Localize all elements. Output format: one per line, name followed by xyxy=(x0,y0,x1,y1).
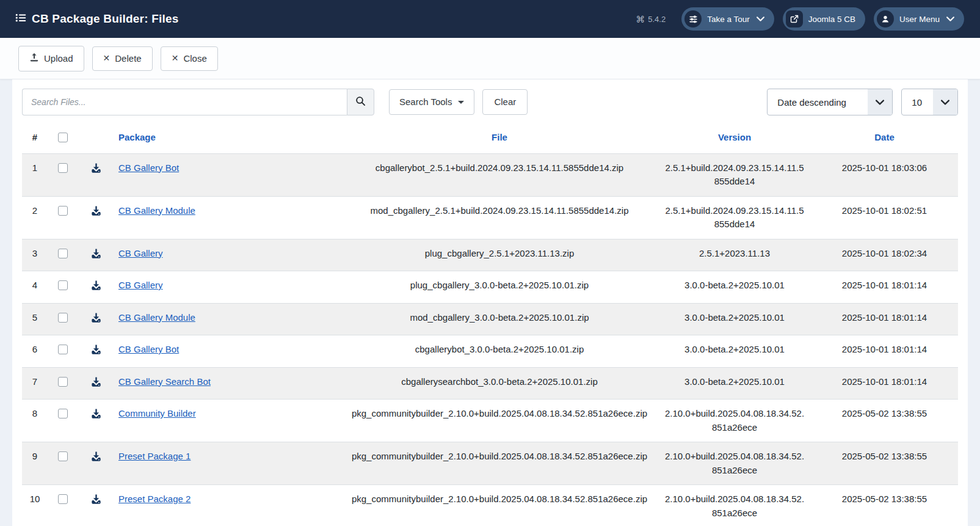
version-text: 2.10.0+build.2025.04.08.18.34.52.851a26e… xyxy=(658,485,811,526)
package-link[interactable]: CB Gallery xyxy=(118,280,163,290)
file-name: plug_cbgallery_3.0.0-beta.2+2025.10.01.z… xyxy=(341,271,658,304)
download-icon[interactable] xyxy=(90,344,102,360)
version-text: 2.5.1+build.2024.09.23.15.14.11.5855dde1… xyxy=(658,196,811,239)
column-header-date[interactable]: Date xyxy=(874,132,895,142)
list-limit-value: 10 xyxy=(902,89,933,115)
joomla-5-cb-button[interactable]: Joomla 5 CB xyxy=(783,7,865,31)
package-link[interactable]: CB Gallery Module xyxy=(118,312,195,323)
table-row: 3 CB Gallery plug_cbgallery_2.5.1+2023.1… xyxy=(22,239,958,271)
package-link[interactable]: CB Gallery xyxy=(118,248,163,258)
version-text: 2.5.1+build.2024.09.23.15.14.11.5855dde1… xyxy=(658,153,811,196)
date-text: 2025-10-01 18:02:34 xyxy=(811,239,958,271)
download-icon[interactable] xyxy=(90,248,102,264)
row-number: 8 xyxy=(22,400,48,442)
date-text: 2025-10-01 18:01:14 xyxy=(811,271,958,304)
list-icon xyxy=(15,12,27,26)
joomla-logo-icon: ⌘ xyxy=(636,15,645,24)
table-row: 7 CB Gallery Search Bot cbgallerysearchb… xyxy=(22,367,958,400)
row-checkbox[interactable] xyxy=(58,206,68,216)
upload-button[interactable]: Upload xyxy=(18,46,84,71)
table-row: 4 CB Gallery plug_cbgallery_3.0.0-beta.2… xyxy=(22,271,958,304)
row-number: 9 xyxy=(22,442,48,485)
package-link[interactable]: Community Builder xyxy=(118,408,196,418)
user-menu-button[interactable]: User Menu xyxy=(874,7,964,31)
version-text: 2.10.0+build.2025.04.08.18.34.52.851a26e… xyxy=(658,400,811,442)
download-icon[interactable] xyxy=(90,312,102,328)
column-header-number: # xyxy=(22,125,48,153)
clear-button[interactable]: Clear xyxy=(482,89,528,115)
package-link[interactable]: Preset Package 1 xyxy=(118,451,191,461)
row-checkbox[interactable] xyxy=(58,163,68,173)
row-number: 6 xyxy=(22,335,48,368)
package-link[interactable]: CB Gallery Bot xyxy=(118,163,179,173)
sort-select[interactable]: Date descending xyxy=(767,89,893,115)
delete-button[interactable]: ✕ Delete xyxy=(92,46,153,71)
package-link[interactable]: Preset Package 2 xyxy=(118,494,191,504)
main-content: Search Tools Clear Date descending 10 xyxy=(0,79,980,526)
row-checkbox[interactable] xyxy=(58,409,68,418)
download-icon[interactable] xyxy=(90,376,102,392)
user-icon xyxy=(877,10,894,27)
close-button[interactable]: ✕ Close xyxy=(161,46,218,71)
row-checkbox[interactable] xyxy=(58,313,68,323)
table-row: 1 CB Gallery Bot cbgallerybot_2.5.1+buil… xyxy=(22,153,958,196)
download-icon[interactable] xyxy=(90,205,102,221)
package-link[interactable]: CB Gallery Search Bot xyxy=(118,376,211,387)
row-number: 4 xyxy=(22,271,48,304)
file-name: pkg_communitybuilder_2.10.0+build.2025.0… xyxy=(341,442,658,485)
chevron-down-icon xyxy=(933,89,957,115)
row-checkbox[interactable] xyxy=(58,494,68,504)
table-row: 10 Preset Package 2 pkg_communitybuilder… xyxy=(22,485,958,526)
table-row: 2 CB Gallery Module mod_cbgallery_2.5.1+… xyxy=(22,196,958,239)
download-icon[interactable] xyxy=(90,494,102,510)
download-icon[interactable] xyxy=(90,451,102,467)
file-name: cbgallerysearchbot_3.0.0-beta.2+2025.10.… xyxy=(341,367,658,400)
download-icon[interactable] xyxy=(90,408,102,424)
search-tools-button[interactable]: Search Tools xyxy=(389,89,474,115)
files-table: # Package File Version Date 1 xyxy=(22,125,958,526)
row-checkbox[interactable] xyxy=(58,249,68,258)
column-header-version[interactable]: Version xyxy=(718,132,751,142)
download-icon[interactable] xyxy=(90,280,102,296)
package-link[interactable]: CB Gallery Bot xyxy=(118,344,179,354)
list-limit-select[interactable]: 10 xyxy=(901,89,958,115)
version-text: 2.5.1+2023.11.13 xyxy=(658,239,811,271)
date-text: 2025-05-02 13:38:55 xyxy=(811,400,958,442)
package-link[interactable]: CB Gallery Module xyxy=(118,205,195,216)
file-name: cbgallerybot_3.0.0-beta.2+2025.10.01.zip xyxy=(341,335,658,368)
version-text: 3.0.0-beta.2+2025.10.01 xyxy=(658,303,811,335)
file-name: mod_cbgallery_2.5.1+build.2024.09.23.15.… xyxy=(341,196,658,239)
row-number: 2 xyxy=(22,196,48,239)
row-checkbox[interactable] xyxy=(58,377,68,387)
chevron-down-icon xyxy=(757,16,764,21)
joomla-version: ⌘ 5.4.2 xyxy=(636,15,666,24)
take-a-tour-button[interactable]: Take a Tour xyxy=(681,7,774,31)
close-icon: ✕ xyxy=(103,53,111,64)
table-header-row: # Package File Version Date xyxy=(22,125,958,153)
select-all-checkbox[interactable] xyxy=(58,133,68,142)
date-text: 2025-10-01 18:03:06 xyxy=(811,153,958,196)
version-text: 3.0.0-beta.2+2025.10.01 xyxy=(658,335,811,368)
row-checkbox[interactable] xyxy=(58,345,68,354)
column-header-file[interactable]: File xyxy=(492,132,507,142)
table-row: 8 Community Builder pkg_communitybuilder… xyxy=(22,400,958,442)
date-text: 2025-10-01 18:02:51 xyxy=(811,196,958,239)
version-text: 3.0.0-beta.2+2025.10.01 xyxy=(658,367,811,400)
row-number: 1 xyxy=(22,153,48,196)
download-icon[interactable] xyxy=(90,163,102,178)
date-text: 2025-10-01 18:01:14 xyxy=(811,335,958,368)
table-row: 5 CB Gallery Module mod_cbgallery_3.0.0-… xyxy=(22,303,958,335)
action-toolbar: Upload ✕ Delete ✕ Close xyxy=(0,38,980,79)
search-input[interactable] xyxy=(22,89,347,115)
date-text: 2025-05-02 13:38:55 xyxy=(811,485,958,526)
file-name: pkg_communitybuilder_2.10.0+build.2025.0… xyxy=(341,485,658,526)
version-text: 3.0.0-beta.2+2025.10.01 xyxy=(658,271,811,304)
search-button[interactable] xyxy=(347,89,374,115)
close-icon: ✕ xyxy=(172,53,179,64)
column-header-package[interactable]: Package xyxy=(118,132,156,142)
row-checkbox[interactable] xyxy=(58,280,68,290)
chevron-down-icon xyxy=(868,89,892,115)
row-checkbox[interactable] xyxy=(58,451,68,461)
files-card: Search Tools Clear Date descending 10 xyxy=(12,79,968,526)
chevron-down-icon xyxy=(946,16,954,21)
